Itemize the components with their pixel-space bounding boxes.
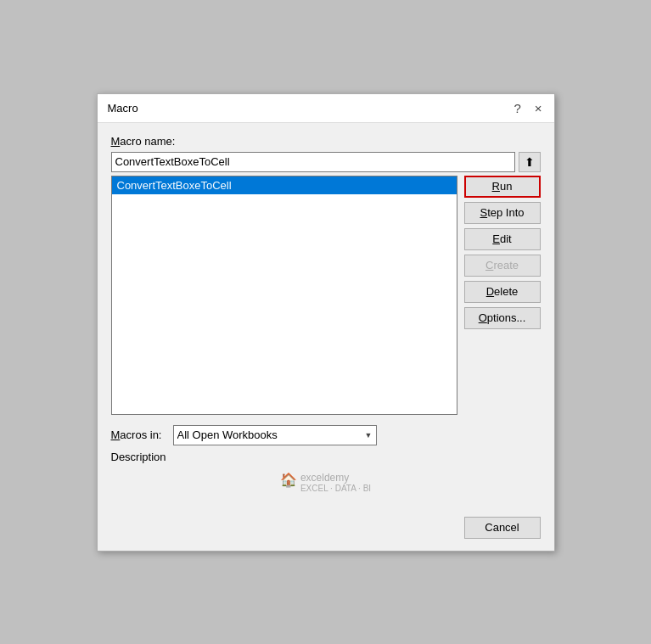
close-button[interactable]: × — [533, 101, 544, 115]
macro-dialog: Macro ? × Macro name: ⬆ ConvertTextBoxeT… — [97, 93, 555, 552]
macros-in-select[interactable]: All Open Workbooks This Workbook — [173, 425, 377, 445]
watermark-tagline: EXCEL · DATA · BI — [300, 484, 371, 493]
macros-in-label: Macros in: — [111, 428, 166, 441]
help-button[interactable]: ? — [512, 101, 522, 115]
run-button[interactable]: Run — [464, 176, 541, 198]
watermark-brand: exceldemy — [300, 472, 371, 484]
bottom-area: Macros in: All Open Workbooks This Workb… — [111, 425, 541, 463]
macros-in-select-wrapper: All Open Workbooks This Workbook — [173, 425, 377, 445]
create-button[interactable]: Create — [464, 255, 541, 277]
macros-in-row: Macros in: All Open Workbooks This Workb… — [111, 425, 541, 445]
macro-list-scrollable: ConvertTextBoxeToCell — [112, 176, 457, 414]
dialog-body: Macro name: ⬆ ConvertTextBoxeToCell Run … — [98, 123, 554, 508]
watermark-icon: 🏠 — [280, 472, 297, 493]
title-bar-controls: ? × — [512, 101, 543, 115]
description-label: Description — [111, 451, 541, 463]
options-button[interactable]: Options... — [464, 307, 541, 329]
cancel-button[interactable]: Cancel — [464, 517, 541, 539]
macro-list: ConvertTextBoxeToCell — [111, 176, 457, 415]
dialog-title: Macro — [108, 102, 138, 115]
edit-button[interactable]: Edit — [464, 228, 541, 250]
delete-button[interactable]: Delete — [464, 281, 541, 303]
watermark-area: 🏠 exceldemy EXCEL · DATA · BI — [111, 463, 541, 496]
macro-name-label: Macro name: — [111, 135, 541, 148]
macro-name-input[interactable] — [111, 152, 515, 172]
upload-button[interactable]: ⬆ — [519, 152, 541, 172]
macro-input-row: ⬆ — [111, 152, 541, 172]
title-bar: Macro ? × — [98, 94, 554, 123]
macro-list-item[interactable]: ConvertTextBoxeToCell — [112, 176, 457, 194]
footer-area: Cancel — [98, 508, 554, 551]
watermark-text: exceldemy EXCEL · DATA · BI — [300, 472, 371, 493]
step-into-button[interactable]: Step Into — [464, 202, 541, 224]
action-buttons: Run Step Into Edit Create Delete Options… — [464, 176, 541, 415]
main-area: ConvertTextBoxeToCell Run Step Into Edit… — [111, 176, 541, 415]
